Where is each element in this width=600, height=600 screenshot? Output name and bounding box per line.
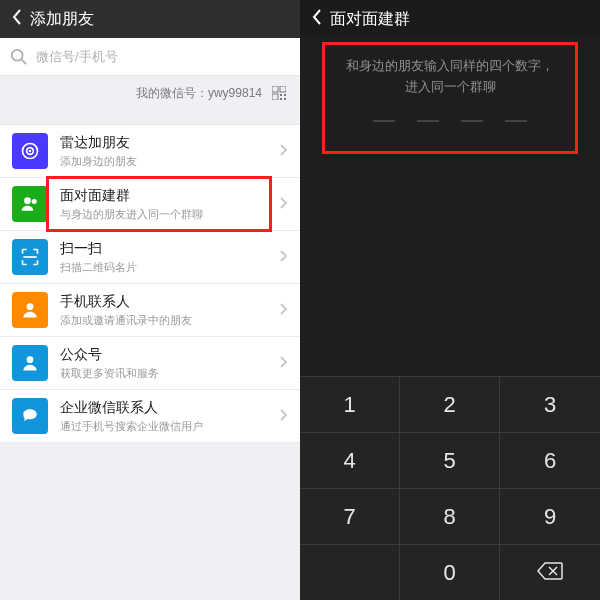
contacts-icon <box>12 292 48 328</box>
code-slot <box>373 120 395 122</box>
right-header: 面对面建群 <box>300 0 600 38</box>
chevron-right-icon <box>280 142 288 160</box>
key-7[interactable]: 7 <box>300 488 400 544</box>
chevron-right-icon <box>280 195 288 213</box>
key-2[interactable]: 2 <box>400 376 500 432</box>
enterprise-wechat-icon <box>12 398 48 434</box>
chevron-right-icon <box>280 354 288 372</box>
svg-point-15 <box>27 303 34 310</box>
key-0[interactable]: 0 <box>400 544 500 600</box>
prompt-line-1: 和身边的朋友输入同样的四个数字， <box>320 56 580 77</box>
section-gap <box>0 110 300 124</box>
item-subtitle: 与身边的朋友进入同一个群聊 <box>60 207 280 222</box>
key-4[interactable]: 4 <box>300 432 400 488</box>
my-wechat-id-row: 我的微信号： ywy99814 <box>0 76 300 110</box>
list-item-face-group[interactable]: 面对面建群 与身边的朋友进入同一个群聊 <box>0 178 300 231</box>
back-button-right[interactable] <box>308 9 326 29</box>
svg-rect-8 <box>284 98 286 100</box>
list-item-phone-contacts[interactable]: 手机联系人 添加或邀请通讯录中的朋友 <box>0 284 300 337</box>
list-item-enterprise-wechat[interactable]: 企业微信联系人 通过手机号搜索企业微信用户 <box>0 390 300 443</box>
key-1[interactable]: 1 <box>300 376 400 432</box>
item-subtitle: 获取更多资讯和服务 <box>60 366 280 381</box>
item-subtitle: 扫描二维码名片 <box>60 260 280 275</box>
list-item-official-account[interactable]: 公众号 获取更多资讯和服务 <box>0 337 300 390</box>
backspace-icon <box>537 560 563 586</box>
chevron-right-icon <box>280 301 288 319</box>
key-backspace[interactable] <box>500 544 600 600</box>
my-id-value: ywy99814 <box>208 86 262 100</box>
chevron-left-icon <box>312 9 322 29</box>
svg-rect-7 <box>280 98 282 100</box>
svg-point-0 <box>12 49 23 60</box>
chevron-right-icon <box>280 407 288 425</box>
svg-rect-5 <box>280 94 282 96</box>
left-screen: 添加朋友 微信号/手机号 我的微信号： ywy99814 雷达加朋友 添加身边的… <box>0 0 300 600</box>
item-title: 手机联系人 <box>60 293 280 311</box>
code-slot <box>417 120 439 122</box>
item-title: 公众号 <box>60 346 280 364</box>
search-field[interactable]: 微信号/手机号 <box>0 38 300 76</box>
add-friend-list: 雷达加朋友 添加身边的朋友 面对面建群 与身边的朋友进入同一个群聊 扫一扫 <box>0 124 300 443</box>
official-account-icon <box>12 345 48 381</box>
key-6[interactable]: 6 <box>500 432 600 488</box>
chevron-left-icon <box>12 9 22 29</box>
item-subtitle: 添加或邀请通讯录中的朋友 <box>60 313 280 328</box>
item-title: 雷达加朋友 <box>60 134 280 152</box>
code-slot <box>461 120 483 122</box>
right-screen: 面对面建群 和身边的朋友输入同样的四个数字， 进入同一个群聊 1 2 3 4 5… <box>300 0 600 600</box>
item-title: 面对面建群 <box>60 187 280 205</box>
key-8[interactable]: 8 <box>400 488 500 544</box>
my-id-prefix: 我的微信号： <box>136 85 208 102</box>
left-header: 添加朋友 <box>0 0 300 38</box>
left-header-title: 添加朋友 <box>30 9 94 30</box>
svg-point-12 <box>24 197 31 204</box>
key-5[interactable]: 5 <box>400 432 500 488</box>
spacer <box>300 148 600 376</box>
svg-rect-2 <box>272 86 278 92</box>
radar-icon <box>12 133 48 169</box>
numeric-keypad: 1 2 3 4 5 6 7 8 9 0 <box>300 376 600 600</box>
code-input-slots <box>320 120 580 122</box>
item-subtitle: 添加身边的朋友 <box>60 154 280 169</box>
prompt-line-2: 进入同一个群聊 <box>320 77 580 98</box>
key-blank <box>300 544 400 600</box>
scan-icon <box>12 239 48 275</box>
item-title: 扫一扫 <box>60 240 280 258</box>
list-item-radar[interactable]: 雷达加朋友 添加身边的朋友 <box>0 125 300 178</box>
svg-rect-3 <box>280 86 286 92</box>
key-9[interactable]: 9 <box>500 488 600 544</box>
prompt-area: 和身边的朋友输入同样的四个数字， 进入同一个群聊 <box>300 38 600 148</box>
search-placeholder: 微信号/手机号 <box>36 48 118 66</box>
right-header-title: 面对面建群 <box>330 9 410 30</box>
svg-line-1 <box>22 59 27 64</box>
svg-rect-6 <box>284 94 286 96</box>
svg-point-13 <box>32 199 37 204</box>
svg-rect-4 <box>272 94 278 100</box>
key-3[interactable]: 3 <box>500 376 600 432</box>
back-button-left[interactable] <box>8 9 26 29</box>
chevron-right-icon <box>280 248 288 266</box>
svg-point-11 <box>29 150 32 153</box>
code-slot <box>505 120 527 122</box>
list-item-scan[interactable]: 扫一扫 扫描二维码名片 <box>0 231 300 284</box>
item-title: 企业微信联系人 <box>60 399 280 417</box>
qr-code-icon[interactable] <box>272 86 286 100</box>
svg-point-16 <box>27 356 34 363</box>
group-icon <box>12 186 48 222</box>
item-subtitle: 通过手机号搜索企业微信用户 <box>60 419 280 434</box>
search-icon <box>10 48 28 66</box>
